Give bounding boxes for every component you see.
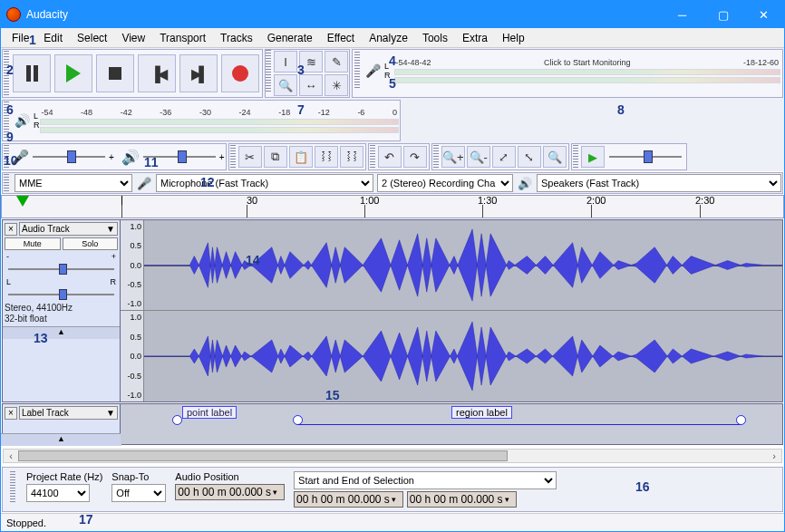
grip-icon[interactable] xyxy=(4,102,9,140)
cut-button[interactable]: ✂ xyxy=(238,146,262,168)
play-at-speed-button[interactable]: ▶ xyxy=(581,146,605,168)
undo-button[interactable]: ↶ xyxy=(378,146,402,168)
copy-button[interactable]: ⧉ xyxy=(264,146,287,168)
menu-effect[interactable]: Effect xyxy=(320,30,362,46)
vertical-scale[interactable]: 1.00.50.0-0.5-1.0 xyxy=(121,220,144,310)
grip-icon[interactable] xyxy=(573,145,578,169)
grip-icon[interactable] xyxy=(433,145,439,169)
skip-start-button[interactable]: ▐◀ xyxy=(138,54,176,92)
vertical-scale[interactable]: 1.00.50.0-0.5-1.0 xyxy=(121,311,144,401)
device-toolbar: MME 🎤 Microphone (Fast Track) 2 (Stereo)… xyxy=(2,172,783,194)
menu-view[interactable]: View xyxy=(114,30,152,46)
scroll-right-icon[interactable]: › xyxy=(767,450,781,461)
menu-select[interactable]: Select xyxy=(70,30,114,46)
audio-track: × Audio Track▼ Mute Solo -+ LR Stereo, 4… xyxy=(2,219,783,402)
solo-button[interactable]: Solo xyxy=(63,237,119,250)
scroll-left-icon[interactable]: ‹ xyxy=(4,450,18,461)
label-region[interactable]: region label xyxy=(297,408,741,440)
draw-tool-button[interactable]: ✎ xyxy=(325,51,348,73)
menu-analyze[interactable]: Analyze xyxy=(362,30,415,46)
undo-toolbar: ↶ ↷ xyxy=(368,143,430,170)
project-rate-select[interactable]: 44100 xyxy=(26,484,90,502)
snap-to-label: Snap-To xyxy=(111,471,166,482)
track-close-button[interactable]: × xyxy=(5,407,17,420)
waveform-left[interactable] xyxy=(144,220,782,310)
window-title: Audacity xyxy=(26,8,662,21)
timeline-ruler[interactable]: 30 1:00 1:30 2:00 2:30 xyxy=(1,195,784,218)
menu-file[interactable]: File xyxy=(5,30,36,46)
paste-button[interactable]: 📋 xyxy=(289,146,313,168)
label-track-body[interactable]: point label region label xyxy=(121,404,782,444)
zoom-tool-button[interactable]: 🔍 xyxy=(274,74,297,96)
close-button[interactable]: ✕ xyxy=(743,1,784,28)
menu-tracks[interactable]: Tracks xyxy=(213,30,260,46)
selection-tool-button[interactable]: I xyxy=(274,51,297,73)
quickplay-head-icon[interactable] xyxy=(16,196,29,207)
grip-icon[interactable] xyxy=(266,50,271,92)
track-menu-button[interactable]: Audio Track▼ xyxy=(19,222,118,236)
menu-tools[interactable]: Tools xyxy=(415,30,455,46)
playback-meter[interactable]: -54-48-42-36-30-24-18-12-60 xyxy=(40,102,400,140)
grip-icon[interactable] xyxy=(4,145,9,169)
grip-icon[interactable] xyxy=(4,174,9,192)
label-text[interactable]: point label xyxy=(182,406,237,419)
record-button[interactable] xyxy=(221,54,259,92)
redo-button[interactable]: ↷ xyxy=(403,146,427,168)
recording-channels-select[interactable]: 2 (Stereo) Recording Cha xyxy=(377,174,513,192)
stop-button[interactable] xyxy=(96,54,134,92)
grip-icon[interactable] xyxy=(354,52,360,90)
waveform-right[interactable] xyxy=(144,311,782,401)
grip-icon[interactable] xyxy=(370,145,375,169)
recording-volume-slider[interactable] xyxy=(33,150,105,164)
mute-button[interactable]: Mute xyxy=(5,237,61,250)
playback-speed-slider[interactable] xyxy=(609,150,682,164)
selection-start-field[interactable]: 00 h 00 m 00.000 s▾ xyxy=(294,491,403,508)
zoom-in-button[interactable]: 🔍+ xyxy=(441,146,465,168)
pan-slider[interactable] xyxy=(8,288,114,301)
tools-toolbar: I ≋ ✎ 🔍 ↔ ✳ xyxy=(265,49,350,98)
menu-generate[interactable]: Generate xyxy=(260,30,320,46)
recording-meter[interactable]: -54-48-42 Click to Start Monitoring -18-… xyxy=(394,52,781,90)
track-collapse-button[interactable]: ▲ xyxy=(3,326,120,339)
status-bar: Stopped. xyxy=(1,513,784,531)
zoom-toggle-button[interactable]: 🔍 xyxy=(543,146,567,168)
playback-volume-slider[interactable] xyxy=(143,150,216,164)
menu-help[interactable]: Help xyxy=(495,30,532,46)
recording-device-select[interactable]: Microphone (Fast Track) xyxy=(156,174,373,192)
fit-selection-button[interactable]: ⤢ xyxy=(492,146,516,168)
selection-end-field[interactable]: 00 h 00 m 00.000 s▾ xyxy=(407,491,517,508)
silence-button[interactable]: ⸾⸾ xyxy=(340,146,363,168)
track-menu-button[interactable]: Label Track▼ xyxy=(19,406,118,420)
play-button[interactable] xyxy=(54,54,92,92)
multi-tool-button[interactable]: ✳ xyxy=(325,74,348,96)
horizontal-scrollbar[interactable]: ‹ › xyxy=(3,449,782,463)
audio-host-select[interactable]: MME xyxy=(15,174,132,192)
menubar: File Edit Select View Transport Tracks G… xyxy=(1,28,784,48)
fit-project-button[interactable]: ⤡ xyxy=(518,146,541,168)
snap-to-select[interactable]: Off xyxy=(111,484,166,502)
maximize-button[interactable]: ▢ xyxy=(703,1,743,28)
label-text[interactable]: region label xyxy=(451,406,512,419)
selection-mode-select[interactable]: Start and End of Selection xyxy=(294,471,557,489)
speaker-icon[interactable]: 🔊 xyxy=(15,113,30,128)
trim-button[interactable]: ⸾⸾ xyxy=(315,146,338,168)
minimize-button[interactable]: ─ xyxy=(662,1,703,28)
envelope-tool-button[interactable]: ≋ xyxy=(299,51,323,73)
audio-position-field[interactable]: 00 h 00 m 00.000 s▾ xyxy=(175,484,285,500)
gain-slider[interactable] xyxy=(8,263,114,276)
pause-button[interactable] xyxy=(13,54,51,92)
playback-device-select[interactable]: Speakers (Fast Track) xyxy=(537,174,781,192)
mixer-toolbar: 🎤 + 🔊 + xyxy=(2,143,227,170)
grip-icon[interactable] xyxy=(4,51,9,96)
zoom-out-button[interactable]: 🔍- xyxy=(467,146,490,168)
grip-icon[interactable] xyxy=(10,471,15,504)
track-collapse-button[interactable]: ▲ xyxy=(1,433,121,446)
grip-icon[interactable] xyxy=(230,145,236,169)
timeshift-tool-button[interactable]: ↔ xyxy=(299,74,323,96)
menu-extra[interactable]: Extra xyxy=(455,30,495,46)
track-close-button[interactable]: × xyxy=(5,223,17,236)
skip-end-button[interactable]: ▶▌ xyxy=(179,54,218,92)
mic-icon[interactable]: 🎤 xyxy=(365,63,381,78)
menu-transport[interactable]: Transport xyxy=(152,30,213,46)
menu-edit[interactable]: Edit xyxy=(36,30,70,46)
